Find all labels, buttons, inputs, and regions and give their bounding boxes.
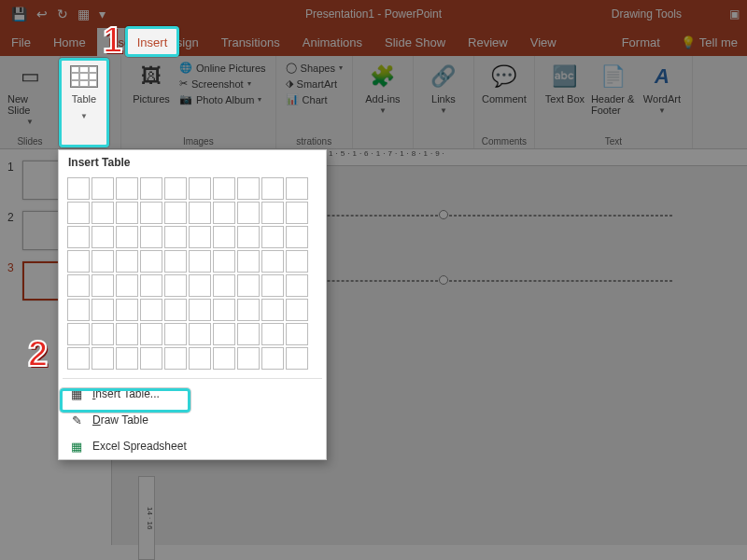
- chart-button[interactable]: 📊Chart: [286, 93, 343, 105]
- grid-cell[interactable]: [140, 347, 162, 370]
- undo-icon[interactable]: ↩: [36, 7, 48, 21]
- grid-cell[interactable]: [67, 347, 90, 370]
- grid-cell[interactable]: [164, 347, 187, 370]
- grid-cell[interactable]: [286, 177, 308, 200]
- grid-cell[interactable]: [213, 202, 235, 224]
- wordart-button[interactable]: A WordArt ▼: [638, 60, 686, 117]
- grid-cell[interactable]: [286, 274, 308, 297]
- grid-cell[interactable]: [140, 226, 162, 248]
- addins-button[interactable]: 🧩 Add-ins ▼: [359, 60, 407, 117]
- text-box-button[interactable]: 🔤 Text Box: [541, 60, 589, 106]
- grid-cell[interactable]: [116, 177, 138, 200]
- grid-cell[interactable]: [164, 226, 187, 248]
- grid-cell[interactable]: [261, 323, 284, 345]
- grid-cell[interactable]: [286, 299, 308, 321]
- grid-cell[interactable]: [261, 250, 284, 273]
- grid-cell[interactable]: [140, 274, 162, 297]
- grid-cell[interactable]: [116, 250, 138, 273]
- selection-handle[interactable]: [439, 275, 448, 285]
- grid-cell[interactable]: [189, 177, 211, 200]
- grid-cell[interactable]: [67, 226, 90, 248]
- grid-cell[interactable]: [237, 274, 260, 297]
- grid-cell[interactable]: [286, 202, 308, 224]
- tell-me-search[interactable]: 💡 Tell me: [671, 28, 747, 56]
- grid-cell[interactable]: [237, 202, 260, 224]
- menu-draw-table[interactable]: ✎ Draw Table: [59, 407, 326, 433]
- shapes-button[interactable]: ◯Shapes▾: [286, 62, 343, 74]
- photo-album-button[interactable]: 📷Photo Album▾: [179, 93, 266, 105]
- grid-cell[interactable]: [67, 299, 90, 321]
- grid-cell[interactable]: [116, 202, 138, 224]
- grid-cell[interactable]: [261, 226, 284, 248]
- grid-cell[interactable]: [213, 299, 235, 321]
- links-button[interactable]: 🔗 Links ▼: [419, 60, 468, 117]
- pictures-button[interactable]: 🖼 Pictures: [127, 60, 176, 106]
- grid-cell[interactable]: [286, 347, 308, 370]
- menu-insert-table[interactable]: ▦ Insert Table...: [59, 381, 326, 407]
- grid-cell[interactable]: [189, 274, 211, 297]
- grid-cell[interactable]: [67, 274, 90, 297]
- table-button[interactable]: Table ▼: [62, 60, 106, 146]
- smartart-button[interactable]: ⬗SmartArt: [286, 77, 343, 90]
- grid-cell[interactable]: [164, 177, 187, 200]
- grid-cell[interactable]: [261, 202, 284, 224]
- tab-file[interactable]: File: [0, 28, 42, 56]
- grid-cell[interactable]: [189, 323, 211, 345]
- redo-icon[interactable]: ↻: [57, 7, 68, 21]
- grid-cell[interactable]: [213, 226, 235, 248]
- grid-cell[interactable]: [237, 226, 260, 248]
- grid-cell[interactable]: [92, 226, 114, 248]
- grid-cell[interactable]: [140, 177, 162, 200]
- selection-handle[interactable]: [439, 210, 448, 219]
- grid-cell[interactable]: [189, 299, 211, 321]
- grid-cell[interactable]: [67, 177, 90, 200]
- comment-button[interactable]: 💬 Comment: [480, 60, 529, 106]
- save-icon[interactable]: 💾: [11, 7, 27, 21]
- tab-animations[interactable]: Animations: [291, 28, 374, 56]
- grid-cell[interactable]: [189, 347, 211, 370]
- grid-cell[interactable]: [213, 323, 235, 345]
- grid-cell[interactable]: [237, 250, 260, 273]
- grid-cell[interactable]: [237, 177, 260, 200]
- grid-cell[interactable]: [116, 274, 138, 297]
- grid-cell[interactable]: [67, 250, 90, 273]
- grid-cell[interactable]: [92, 177, 114, 200]
- grid-cell[interactable]: [140, 323, 162, 345]
- grid-cell[interactable]: [67, 202, 90, 224]
- grid-cell[interactable]: [189, 250, 211, 273]
- grid-cell[interactable]: [164, 250, 187, 273]
- grid-cell[interactable]: [237, 323, 260, 345]
- tab-view[interactable]: View: [519, 28, 568, 56]
- grid-cell[interactable]: [213, 347, 235, 370]
- grid-cell[interactable]: [213, 274, 235, 297]
- grid-cell[interactable]: [261, 177, 284, 200]
- tab-home[interactable]: Home: [42, 28, 97, 56]
- tab-insert[interactable]: Insert: [128, 28, 176, 56]
- grid-cell[interactable]: [140, 202, 162, 224]
- grid-cell[interactable]: [164, 274, 187, 297]
- grid-cell[interactable]: [116, 347, 138, 370]
- grid-cell[interactable]: [237, 347, 260, 370]
- grid-cell[interactable]: [286, 250, 308, 273]
- grid-cell[interactable]: [213, 177, 235, 200]
- grid-cell[interactable]: [92, 299, 114, 321]
- tab-format[interactable]: Format: [611, 28, 671, 56]
- grid-cell[interactable]: [286, 226, 308, 248]
- grid-cell[interactable]: [116, 323, 138, 345]
- grid-cell[interactable]: [164, 299, 187, 321]
- grid-cell[interactable]: [67, 323, 90, 345]
- grid-cell[interactable]: [92, 202, 114, 224]
- grid-cell[interactable]: [140, 250, 162, 273]
- grid-cell[interactable]: [92, 274, 114, 297]
- grid-cell[interactable]: [213, 250, 235, 273]
- grid-cell[interactable]: [261, 347, 284, 370]
- qat-more-icon[interactable]: ▾: [99, 7, 106, 21]
- grid-cell[interactable]: [189, 226, 211, 248]
- table-size-grid[interactable]: [59, 175, 326, 376]
- grid-cell[interactable]: [261, 274, 284, 297]
- grid-cell[interactable]: [164, 202, 187, 224]
- grid-cell[interactable]: [189, 202, 211, 224]
- grid-cell[interactable]: [92, 347, 114, 370]
- grid-cell[interactable]: [116, 299, 138, 321]
- header-footer-button[interactable]: 📄 Header & Footer: [589, 60, 638, 118]
